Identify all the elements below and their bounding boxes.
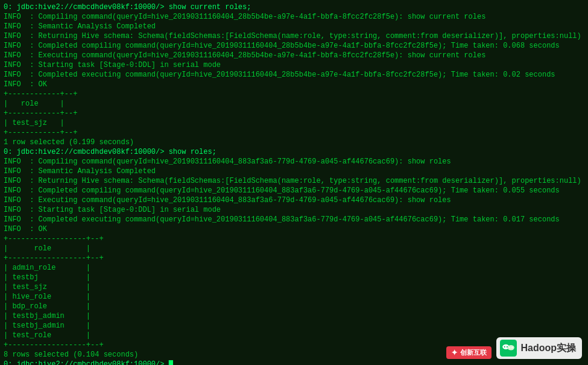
terminal-line: | hive_role | <box>4 292 584 302</box>
terminal-line: 0: jdbc:hive2://cmbcdhdev08kf:10000/> sh… <box>4 147 584 157</box>
terminal-line: INFO : Starting task [Stage-0:DDL] in se… <box>4 60 584 70</box>
terminal-line: INFO : Semantic Analysis Completed <box>4 22 584 31</box>
terminal-content: 0: jdbc:hive2://cmbcdhdev08kf:10000/> sh… <box>4 2 584 365</box>
terminal-line: | testbj_admin | <box>4 311 584 321</box>
terminal-line: INFO : Completed compiling command(query… <box>4 186 584 195</box>
terminal-line: INFO : Starting task [Stage-0:DDL] in se… <box>4 205 584 215</box>
terminal-line: +------------+--+ <box>4 109 584 118</box>
terminal-line: INFO : Executing command(queryId=hive_20… <box>4 195 584 205</box>
badge-overlay: ✦ 创新互联 <box>446 346 492 359</box>
terminal-line: INFO : Executing command(queryId=hive_20… <box>4 51 584 60</box>
terminal-line: | testbj | <box>4 273 584 282</box>
terminal-line: INFO : Completed executing command(query… <box>4 215 584 224</box>
terminal-line: INFO : Completed executing command(query… <box>4 70 584 80</box>
terminal-line: INFO : Semantic Analysis Completed <box>4 167 584 176</box>
terminal-line: 0: jdbc:hive2://cmbcdhdev08kf:10000/> sh… <box>4 2 584 12</box>
terminal-line: INFO : Returning Hive schema: Schema(fie… <box>4 176 584 186</box>
terminal-line: | role | <box>4 244 584 253</box>
watermark-text: Hadoop实操 <box>520 342 576 355</box>
svg-point-5 <box>510 347 511 348</box>
terminal-line: +------------------+--+ <box>4 234 584 244</box>
terminal-line: INFO : OK <box>4 80 584 89</box>
svg-point-3 <box>504 346 505 348</box>
svg-point-2 <box>508 345 514 350</box>
watermark-overlay: Hadoop实操 <box>496 337 582 359</box>
terminal-line: INFO : Compiling command(queryId=hive_20… <box>4 12 584 22</box>
terminal-line: | admin_role | <box>4 263 584 273</box>
terminal-window: 0: jdbc:hive2://cmbcdhdev08kf:10000/> sh… <box>0 0 588 365</box>
terminal-line: INFO : OK <box>4 224 584 234</box>
terminal-line: +------------+--+ <box>4 128 584 138</box>
terminal-line: 1 row selected (0.199 seconds) <box>4 138 584 147</box>
wechat-icon <box>500 340 517 357</box>
svg-point-4 <box>507 346 508 348</box>
terminal-line: | test_sjz | <box>4 282 584 292</box>
terminal-line: | test_sjz | <box>4 118 584 128</box>
svg-point-6 <box>512 347 513 348</box>
terminal-line: | tsetbj_admin | <box>4 321 584 331</box>
terminal-line: +------------+--+ <box>4 89 584 99</box>
badge-text: 创新互联 <box>460 348 487 357</box>
terminal-line: INFO : Returning Hive schema: Schema(fie… <box>4 31 584 41</box>
terminal-line: INFO : Compiling command(queryId=hive_20… <box>4 157 584 167</box>
badge-icon: ✦ <box>451 348 458 357</box>
terminal-line: +------------------+--+ <box>4 253 584 263</box>
terminal-line: 0: jdbc:hive2://cmbcdhdev08kf:10000/> █ <box>4 360 584 365</box>
terminal-line: | bdp_role | <box>4 302 584 311</box>
terminal-line: INFO : Completed compiling command(query… <box>4 41 584 51</box>
terminal-line: | role | <box>4 99 584 109</box>
